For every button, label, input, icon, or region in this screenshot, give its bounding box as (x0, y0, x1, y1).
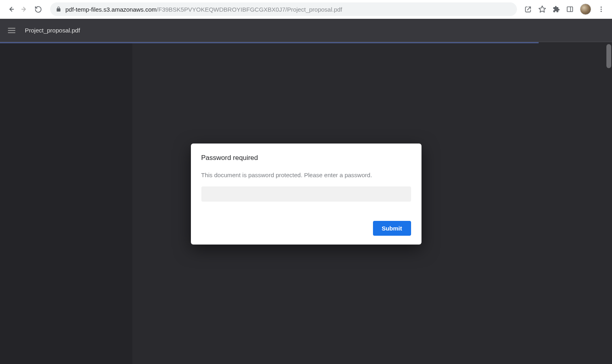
password-dialog: Password required This document is passw… (191, 144, 422, 245)
forward-button[interactable] (20, 4, 29, 14)
extensions-icon[interactable] (553, 6, 560, 13)
share-icon[interactable] (524, 6, 532, 13)
bookmark-star-icon[interactable] (538, 5, 546, 13)
browser-toolbar: pdf-temp-files.s3.amazonaws.com/F39BSK5P… (0, 0, 612, 19)
svg-point-5 (601, 6, 602, 8)
submit-button[interactable]: Submit (373, 221, 411, 236)
url-path: /F39BSK5PVYOKEQWDBROYIBFGCGXBX0J7/Projec… (157, 6, 342, 13)
dialog-title: Password required (201, 154, 411, 162)
dialog-actions: Submit (201, 221, 411, 236)
reload-button[interactable] (33, 4, 43, 14)
svg-marker-2 (539, 6, 546, 12)
svg-point-6 (601, 9, 602, 10)
url-text: pdf-temp-files.s3.amazonaws.com/F39BSK5P… (65, 6, 342, 13)
address-bar[interactable]: pdf-temp-files.s3.amazonaws.com/F39BSK5P… (50, 2, 517, 16)
url-domain: pdf-temp-files.s3.amazonaws.com (65, 6, 157, 13)
profile-avatar[interactable] (580, 4, 591, 15)
toolbar-right (524, 4, 608, 15)
pdf-viewer: Project_proposal.pdf Password required T… (0, 19, 612, 364)
pdf-filename: Project_proposal.pdf (25, 27, 80, 34)
svg-rect-3 (567, 7, 573, 12)
lock-icon (56, 6, 61, 12)
back-button[interactable] (6, 4, 16, 14)
menu-icon[interactable] (598, 6, 605, 13)
pdf-header: Project_proposal.pdf (0, 19, 612, 42)
hamburger-menu-icon[interactable] (7, 26, 16, 35)
password-input[interactable] (201, 186, 411, 202)
svg-point-7 (601, 11, 602, 12)
dialog-message: This document is password protected. Ple… (201, 172, 411, 178)
dialog-overlay: Password required This document is passw… (0, 43, 612, 364)
panel-icon[interactable] (566, 6, 573, 13)
nav-buttons (4, 4, 43, 14)
pdf-content: Password required This document is passw… (0, 43, 612, 364)
